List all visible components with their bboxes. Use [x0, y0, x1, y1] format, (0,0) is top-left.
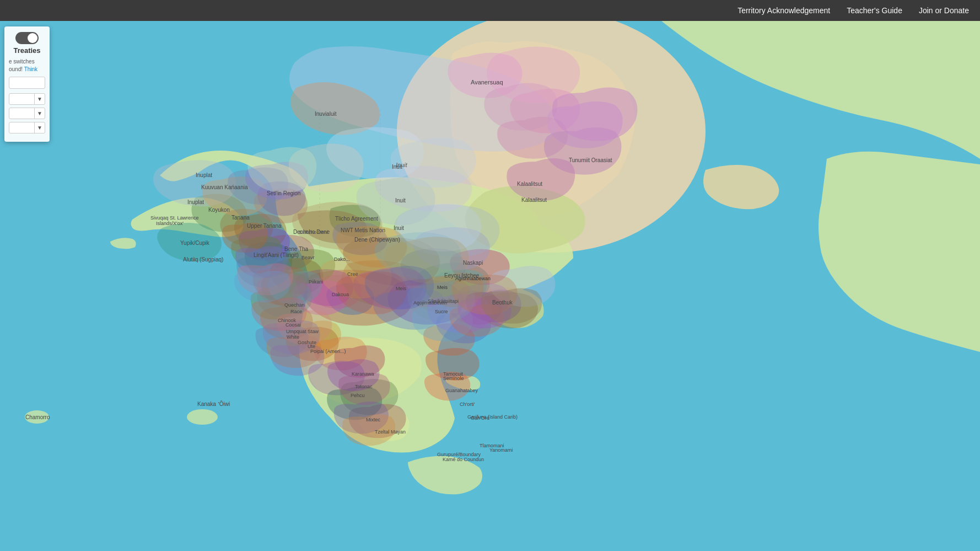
svg-text:Guanahatabey: Guanahatabey	[445, 388, 478, 393]
hint-text-1: e switches	[9, 58, 45, 65]
svg-text:Tlicho Agreement: Tlicho Agreement	[335, 216, 378, 222]
dropdown-3[interactable]: ▼	[9, 122, 45, 133]
svg-text:Setl'in Region: Setl'in Region	[267, 190, 300, 196]
svg-text:Kuuvuan Kańaania: Kuuvuan Kańaania	[201, 184, 248, 190]
dropdown-1[interactable]: ▼	[9, 93, 45, 105]
teachers-guide-link[interactable]: Teacher's Guide	[847, 6, 902, 15]
sidebar-panel: Treaties e switches ound! Think ▼ ▼ ▼	[4, 26, 50, 142]
svg-text:Gan'Oré: Gan'Oré	[471, 415, 489, 421]
svg-text:Kalaalitsut: Kalaalitsut	[521, 197, 547, 203]
svg-text:Avanersuaq: Avanersuaq	[471, 79, 503, 85]
dropdown-2[interactable]: ▼	[9, 108, 45, 119]
svg-text:Kanaka ʻŌiwi: Kanaka ʻŌiwi	[197, 400, 230, 407]
svg-text:Meis: Meis	[396, 286, 407, 291]
svg-text:Bene Tha: Bene Tha	[284, 246, 309, 252]
dropdown-2-label	[9, 111, 34, 116]
treaties-toggle[interactable]	[15, 32, 39, 44]
think-link[interactable]: Think	[24, 66, 37, 72]
toggle-row	[9, 32, 45, 44]
svg-text:Dako...: Dako...	[334, 256, 350, 262]
svg-text:Lingit'Aani (Tlingit): Lingit'Aani (Tlingit)	[254, 252, 299, 258]
svg-text:Naskapi: Naskapi	[463, 260, 483, 266]
search-input[interactable]	[9, 77, 45, 89]
svg-text:Inuit: Inuit	[394, 225, 404, 231]
svg-text:Alutiiq (Sugpiaq): Alutiiq (Sugpiaq)	[183, 256, 223, 263]
svg-text:Inuvialuit: Inuvialuit	[315, 111, 337, 117]
dropdown-2-arrow[interactable]: ▼	[34, 108, 45, 119]
svg-text:Quechan: Quechan	[284, 302, 305, 308]
svg-text:Kamé do Coundun: Kamé do Coundun	[443, 457, 484, 462]
svg-text:Upper Tanana: Upper Tanana	[247, 223, 282, 229]
svg-text:Tzeltal Mayan: Tzeltal Mayan	[375, 429, 406, 435]
svg-point-2	[187, 409, 218, 425]
svg-text:Dakoua: Dakoua	[332, 292, 349, 297]
svg-text:Inuit: Inuit	[395, 197, 406, 204]
dropdown-1-arrow[interactable]: ▼	[34, 94, 45, 104]
svg-text:Pehcu: Pehcu	[351, 393, 365, 398]
svg-text:Sivuqaq St. Lawrence: Sivuqaq St. Lawrence	[150, 215, 199, 221]
svg-text:Dene (Chipewyan): Dene (Chipewyan)	[354, 237, 400, 243]
svg-text:Siksikáitsiitapi: Siksikáitsiitapi	[428, 298, 459, 304]
svg-text:Mixtec: Mixtec	[366, 417, 381, 422]
svg-text:Beavr: Beavr	[301, 255, 315, 260]
topbar: Territory Acknowledgement Teacher's Guid…	[0, 0, 980, 21]
hint-text-2-span: ound!	[9, 66, 23, 72]
svg-text:Islands/X'ox': Islands/X'ox'	[156, 221, 184, 226]
svg-text:Meis: Meis	[437, 285, 448, 290]
svg-text:Beothuk: Beothuk	[492, 299, 513, 306]
svg-text:Tanana: Tanana	[231, 215, 250, 221]
map-container[interactable]: Avanersuaq Tunumiit Oraasiat Kalaalitsut…	[0, 21, 980, 551]
svg-text:Inuplat: Inuplat	[187, 199, 204, 205]
dropdown-3-arrow[interactable]: ▼	[34, 122, 45, 133]
svg-text:Piikani: Piikani	[309, 279, 324, 285]
svg-text:Tamocuit: Tamocuit	[443, 371, 464, 377]
join-donate-link[interactable]: Join or Donate	[919, 6, 969, 15]
map-svg: Avanersuaq Tunumiit Oraasiat Kalaalitsut…	[0, 21, 980, 551]
svg-text:Umpquat Staw: Umpquat Staw	[286, 329, 319, 334]
svg-text:Race: Race	[290, 309, 302, 314]
svg-text:Coosai: Coosai	[286, 322, 301, 328]
svg-text:Yupik/Cupik: Yupik/Cupik	[180, 240, 210, 246]
svg-text:Totonac: Totonac	[355, 384, 373, 389]
svg-text:Inuit: Inuit	[396, 162, 408, 168]
svg-text:Yanomami: Yanomami	[489, 447, 513, 453]
svg-text:Agishnaabewan: Agishnaabewan	[455, 276, 491, 281]
svg-text:Chamorro: Chamorro	[25, 414, 50, 420]
dropdown-1-label	[9, 97, 34, 101]
territory-ack-link[interactable]: Territory Acknowledgement	[737, 6, 830, 15]
svg-text:NWT Metis Nation: NWT Metis Nation	[341, 227, 385, 233]
svg-text:Karanawa: Karanawa	[352, 371, 374, 377]
svg-text:Sucre: Sucre	[435, 309, 448, 314]
svg-text:Ch'orti': Ch'orti'	[460, 402, 475, 407]
hint-text-2: ound! Think	[9, 66, 45, 72]
svg-text:Inuplat: Inuplat	[196, 172, 212, 178]
svg-text:Koyukon: Koyukon	[208, 207, 230, 213]
svg-text:Dehcho Deni: Dehcho Deni	[299, 229, 328, 235]
svg-text:Tunumiit Oraasiat: Tunumiit Oraasiat	[569, 157, 612, 163]
svg-text:White: White	[287, 334, 299, 340]
svg-text:Cree: Cree	[347, 271, 358, 277]
svg-text:Poipai (Ameri...): Poipai (Ameri...)	[310, 349, 346, 354]
svg-text:Kalaalitsut: Kalaalitsut	[517, 181, 542, 187]
dropdown-3-label	[9, 126, 34, 130]
toggle-label: Treaties	[9, 46, 45, 55]
